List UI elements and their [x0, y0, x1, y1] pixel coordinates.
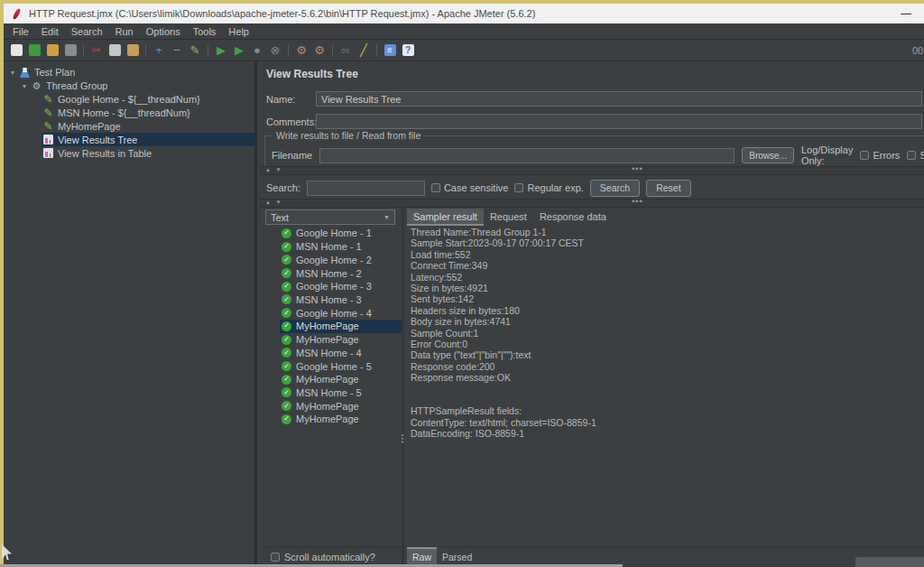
toolbar-icon: ∞: [341, 44, 349, 56]
toolbar-search-reset[interactable]: ╱: [355, 42, 373, 59]
successes-checkbox[interactable]: [907, 151, 916, 160]
result-item-google-home-5[interactable]: Google Home - 5: [260, 359, 402, 373]
result-item-msn-home-2[interactable]: MSN Home - 2: [260, 266, 402, 280]
tree-item-msn-home-threadnum[interactable]: ✎ MSN Home - ${__threadNum}: [4, 107, 254, 120]
toolbar-clear[interactable]: ⚙: [292, 42, 310, 59]
toolbar-separator: [288, 44, 289, 57]
case-sensitive-checkbox[interactable]: [431, 183, 440, 192]
toolbar-search[interactable]: ∞: [337, 42, 355, 59]
raw-parsed-tabs: Raw Parsed: [407, 549, 477, 565]
write-results-groupbox: Write results to file / Read from file F…: [264, 135, 924, 169]
result-item-msn-home-3[interactable]: MSN Home - 3: [260, 293, 402, 307]
sampler-result-line: Sent bytes:142: [411, 293, 922, 304]
splitter-middle[interactable]: ▲ ▼ •••: [260, 199, 924, 208]
toolbar-icon: ⚙: [314, 44, 325, 56]
toolbar-start[interactable]: ▶: [212, 42, 230, 59]
result-item-google-home-2[interactable]: Google Home - 2: [260, 253, 402, 266]
toolbar-icon: ●: [254, 44, 261, 56]
browse-button[interactable]: Browse...: [742, 147, 794, 163]
bottom-tab-parsed[interactable]: Parsed: [437, 549, 477, 565]
toolbar-shutdown[interactable]: ⊗: [266, 42, 284, 59]
menu-file[interactable]: File: [6, 24, 35, 39]
result-item-msn-home-1[interactable]: MSN Home - 1: [260, 240, 402, 254]
toolbar-start-no-pauses[interactable]: ▶: [230, 42, 248, 59]
result-item-myhomepage[interactable]: MyHomePage: [260, 320, 402, 333]
name-input[interactable]: [316, 91, 922, 107]
name-label: Name:: [266, 94, 316, 105]
sampler-result-line: [411, 395, 922, 405]
tab-sampler-result[interactable]: Sampler result: [407, 209, 484, 224]
toolbar-toggle[interactable]: ✎: [186, 42, 204, 59]
splitter-collapse-icons[interactable]: ▲ ▼: [265, 167, 283, 172]
tab-response-data[interactable]: Response data: [533, 209, 613, 224]
horizontal-scrollbar-thumb[interactable]: [855, 557, 924, 567]
toolbar-icon: [109, 44, 121, 56]
toolbar-clear-all[interactable]: ⚙: [310, 42, 328, 59]
regular-exp-checkbox[interactable]: [514, 183, 523, 192]
result-item-msn-home-5[interactable]: MSN Home - 5: [260, 386, 402, 400]
menu-edit[interactable]: Edit: [35, 24, 65, 39]
tree-item-test-plan[interactable]: ▾ Test Plan: [4, 66, 254, 79]
test-plan-tree: ▾ Test Plan ▾ ⚙ Thread Group: [4, 61, 257, 567]
jmeter-logo-icon: [13, 7, 22, 20]
shield-check-icon: [282, 348, 291, 358]
tree-item-view-results-tree[interactable]: View Results Tree: [4, 133, 254, 146]
toolbar-icon: [127, 44, 139, 56]
tree-item-thread-group[interactable]: ▾ ⚙ Thread Group: [4, 79, 254, 93]
toolbar-cut[interactable]: ✂: [88, 42, 106, 59]
expander-icon[interactable]: ▾: [19, 82, 30, 90]
minimize-button[interactable]: —: [901, 7, 911, 20]
search-input[interactable]: [307, 181, 425, 196]
reset-button[interactable]: Reset: [646, 180, 690, 197]
thread-group-icon: ⚙: [32, 81, 42, 91]
scroll-automatically-checkbox[interactable]: [271, 553, 280, 562]
toolbar-icon: [47, 44, 59, 56]
toolbar-add[interactable]: +: [150, 42, 168, 59]
menu-tools[interactable]: Tools: [187, 24, 223, 39]
tab-request[interactable]: Request: [484, 209, 533, 224]
sampler-result-line: ContentType: text/html; charset=ISO-8859…: [411, 417, 922, 428]
tree-item-myhomepage[interactable]: ✎ MyHomePage: [4, 120, 254, 134]
bottom-tab-raw[interactable]: Raw: [407, 549, 437, 565]
menu-options[interactable]: Options: [140, 24, 187, 39]
expander-icon[interactable]: ▾: [7, 69, 18, 77]
sampler-result-line: Response message:OK: [411, 372, 922, 383]
page-title: View Results Tree: [266, 68, 358, 80]
result-item-myhomepage[interactable]: MyHomePage: [260, 399, 402, 413]
search-button[interactable]: Search: [590, 180, 640, 197]
toolbar-remove[interactable]: −: [168, 42, 186, 59]
comments-input[interactable]: [316, 114, 922, 129]
toolbar-stop[interactable]: ●: [248, 42, 266, 59]
toolbar-function-helper[interactable]: ≡: [381, 42, 399, 59]
search-row: Search: Case sensitive Regular exp. Sear…: [266, 179, 691, 197]
toolbar-save[interactable]: [61, 42, 79, 59]
menu-help[interactable]: Help: [222, 24, 255, 39]
toolbar-icon: ⚙: [296, 44, 307, 56]
results-filter-dropdown[interactable]: Text ▼: [265, 209, 395, 225]
toolbar-help[interactable]: ?: [399, 42, 417, 59]
result-item-myhomepage[interactable]: MyHomePage: [260, 333, 402, 347]
result-item-msn-home-4[interactable]: MSN Home - 4: [260, 346, 402, 359]
result-item-google-home-4[interactable]: Google Home - 4: [260, 306, 402, 320]
splitter-collapse-icons[interactable]: ▲ ▼: [265, 200, 283, 205]
menu-search[interactable]: Search: [65, 24, 109, 39]
errors-checkbox[interactable]: [860, 151, 869, 160]
result-item-myhomepage[interactable]: MyHomePage: [260, 373, 402, 386]
menu-run[interactable]: Run: [109, 24, 140, 39]
shield-check-icon: [282, 335, 291, 345]
result-item-myhomepage[interactable]: MyHomePage: [260, 413, 402, 426]
toolbar-separator: [376, 44, 377, 57]
toolbar-new[interactable]: [7, 42, 25, 59]
result-item-google-home-1[interactable]: Google Home - 1: [260, 227, 402, 240]
result-item-google-home-3[interactable]: Google Home - 3: [260, 280, 402, 293]
filename-input[interactable]: [319, 148, 735, 163]
tree-item-view-results-in-table[interactable]: View Results in Table: [4, 146, 254, 160]
splitter-top[interactable]: ▲ ▼ •••: [260, 166, 924, 175]
toolbar-copy[interactable]: [106, 42, 124, 59]
toolbar-paste[interactable]: [124, 42, 142, 59]
toolbar-separator: [83, 44, 84, 57]
toolbar-open[interactable]: [43, 42, 61, 59]
shield-check-icon: [282, 268, 291, 278]
tree-item-google-home-threadnum[interactable]: ✎ Google Home - ${__threadNum}: [4, 93, 254, 107]
toolbar-templates[interactable]: [25, 42, 43, 59]
